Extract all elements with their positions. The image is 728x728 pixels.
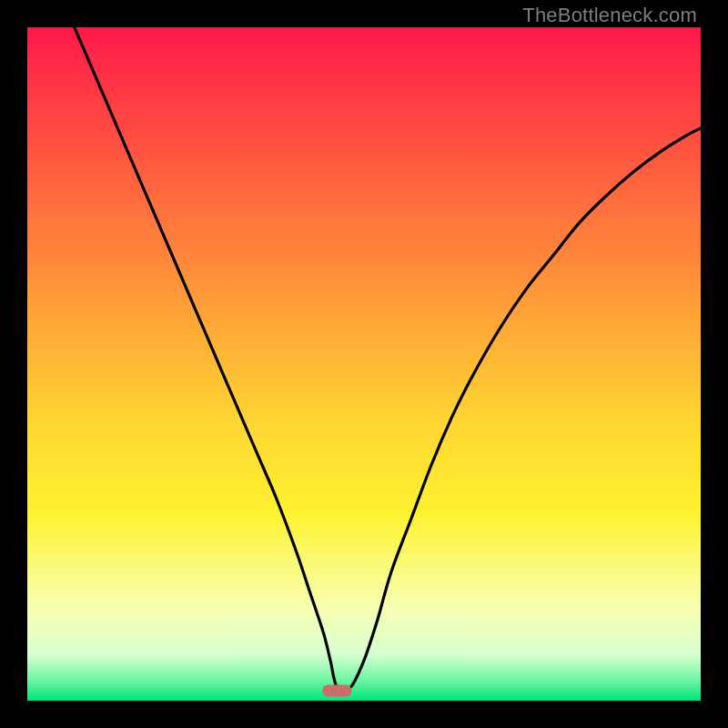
chart-frame — [27, 27, 701, 701]
watermark-text: TheBottleneck.com — [522, 4, 697, 27]
optimal-marker — [322, 684, 351, 696]
bottleneck-chart — [27, 27, 701, 701]
gradient-background — [27, 27, 701, 701]
